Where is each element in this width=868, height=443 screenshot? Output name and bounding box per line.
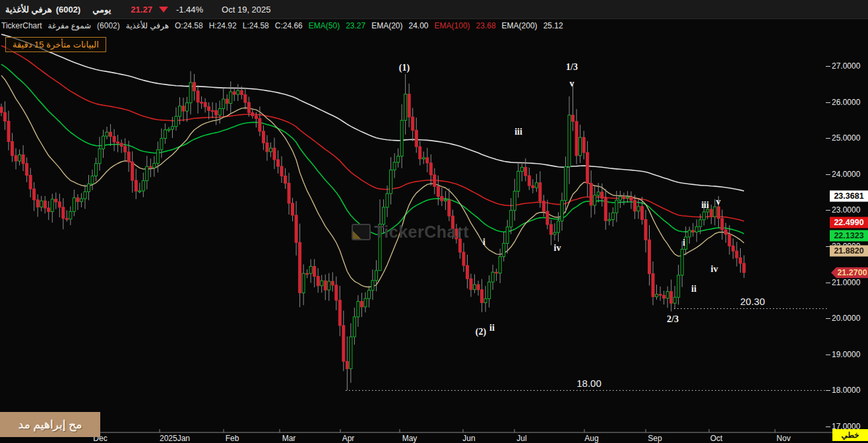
candle-down bbox=[630, 197, 633, 201]
candle-down bbox=[717, 207, 720, 219]
wave-label-ii[interactable]: ii bbox=[489, 323, 495, 333]
candle-down bbox=[255, 116, 257, 118]
wave-label-iv[interactable]: iv bbox=[711, 264, 718, 275]
candle-down bbox=[215, 111, 218, 116]
wave-label-iii[interactable]: iii bbox=[701, 200, 709, 211]
wave-label-v[interactable]: v bbox=[716, 197, 721, 207]
candle-down bbox=[26, 164, 28, 176]
month-label-Jun: Jun bbox=[462, 434, 475, 443]
candle-down bbox=[233, 92, 235, 94]
candle-up bbox=[702, 212, 705, 220]
candle-down bbox=[663, 295, 666, 298]
candle-up bbox=[175, 116, 177, 126]
y-tick bbox=[826, 138, 830, 139]
candle-down bbox=[590, 184, 592, 205]
candle-down bbox=[266, 143, 268, 151]
ema200-line bbox=[1, 34, 744, 191]
candle-down bbox=[419, 147, 421, 159]
wave-label-iv[interactable]: iv bbox=[554, 243, 561, 254]
candle-down bbox=[728, 234, 731, 246]
y-tick bbox=[826, 390, 830, 391]
wave-label-i[interactable]: i bbox=[683, 238, 685, 248]
candle-up bbox=[302, 273, 305, 293]
candle-up bbox=[688, 230, 691, 237]
candle-up bbox=[484, 299, 487, 303]
candle-up bbox=[95, 164, 98, 176]
candle-down bbox=[182, 106, 185, 112]
candle-up bbox=[153, 163, 156, 168]
candle-down bbox=[470, 279, 472, 289]
month-label-Oct: Oct bbox=[710, 434, 723, 443]
y-tick bbox=[826, 66, 830, 67]
y-axis-label: 19.0000 bbox=[832, 350, 860, 359]
candle-up bbox=[611, 213, 614, 219]
candle-down bbox=[65, 219, 68, 220]
ema20-value-badge: 21.8820 bbox=[830, 246, 868, 257]
candle-down bbox=[306, 273, 309, 275]
candle-down bbox=[335, 285, 338, 300]
candle-down bbox=[149, 166, 152, 168]
candle-up bbox=[510, 211, 512, 227]
y-axis-label: 18.0000 bbox=[832, 386, 860, 395]
candle-down bbox=[441, 197, 443, 201]
y-axis-label: 24.0000 bbox=[832, 170, 860, 179]
candle-up bbox=[568, 115, 571, 166]
candle-down bbox=[448, 200, 450, 216]
candle-up bbox=[364, 298, 367, 307]
candle-up bbox=[637, 207, 640, 211]
candle-up bbox=[520, 167, 523, 171]
wave-label-ii[interactable]: ii bbox=[691, 284, 697, 294]
candle-up bbox=[474, 285, 476, 290]
candle-down bbox=[481, 290, 483, 303]
watermark: TickerChart bbox=[352, 222, 469, 242]
wave-label-2/3[interactable]: 2/3 bbox=[667, 314, 679, 325]
wave-label-(1)[interactable]: (1) bbox=[399, 63, 410, 73]
scale-mode-badge[interactable]: خطي bbox=[832, 429, 868, 441]
candle-down bbox=[47, 208, 50, 212]
candle-up bbox=[506, 227, 509, 244]
candle-down bbox=[633, 201, 636, 211]
y-axis-label: 23.0000 bbox=[832, 205, 860, 215]
candle-up bbox=[230, 92, 232, 104]
candle-up bbox=[517, 172, 520, 191]
candle-up bbox=[579, 137, 582, 156]
candle-up bbox=[565, 166, 567, 200]
candle-up bbox=[390, 170, 392, 193]
tickerchart-window: هرفي للأغذية (6002) يومي 21.27 -1.44% Oc… bbox=[0, 0, 868, 443]
candle-down bbox=[652, 274, 654, 297]
wave-label-v[interactable]: v bbox=[570, 79, 574, 89]
candle-down bbox=[58, 202, 61, 207]
candle-down bbox=[331, 281, 334, 285]
candle-up bbox=[106, 132, 108, 136]
candle-down bbox=[623, 197, 625, 198]
candle-down bbox=[124, 147, 127, 152]
candle-down bbox=[113, 137, 115, 142]
y-tick bbox=[826, 210, 830, 211]
candle-up bbox=[156, 150, 159, 163]
analyst-signature: مح إبراهيم مد bbox=[0, 412, 100, 437]
month-label-Feb: Feb bbox=[226, 434, 239, 443]
candle-up bbox=[619, 197, 621, 200]
chart-canvas[interactable] bbox=[0, 0, 868, 443]
candle-up bbox=[491, 272, 494, 282]
candle-up bbox=[404, 94, 407, 121]
candle-down bbox=[692, 230, 695, 232]
wave-label-i[interactable]: i bbox=[483, 237, 485, 248]
wave-label-(2)[interactable]: (2) bbox=[476, 327, 486, 337]
candle-up bbox=[557, 221, 560, 232]
candle-down bbox=[575, 121, 578, 156]
candle-down bbox=[338, 300, 341, 325]
candle-up bbox=[40, 201, 43, 207]
month-label-2025Jan: 2025Jan bbox=[160, 434, 190, 443]
candle-down bbox=[317, 277, 319, 286]
candle-down bbox=[0, 107, 3, 112]
candle-up bbox=[673, 297, 676, 303]
candle-down bbox=[33, 189, 36, 200]
month-label-Sep: Sep bbox=[648, 434, 662, 443]
wave-label-iii[interactable]: iii bbox=[514, 127, 522, 137]
candle-up bbox=[91, 176, 94, 184]
candle-down bbox=[437, 186, 439, 196]
candle-down bbox=[240, 90, 243, 94]
wave-label-1/3[interactable]: 1/3 bbox=[566, 62, 578, 73]
candle-down bbox=[346, 361, 348, 368]
